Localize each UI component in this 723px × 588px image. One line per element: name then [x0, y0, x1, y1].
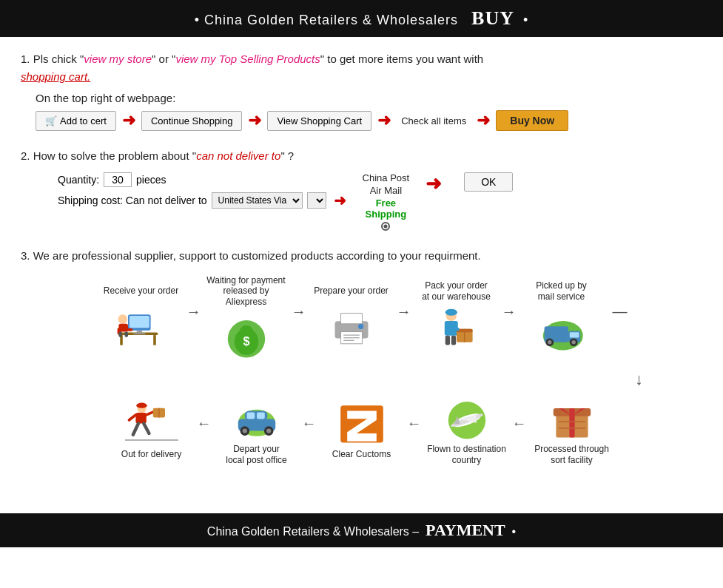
svg-rect-4 [129, 316, 149, 328]
wf-item-pack: Pack your orderat our warehouse [408, 280, 505, 357]
wf-label-flown: Flown to destinationcountry [427, 444, 506, 465]
shipping-section: Quantity: pieces Shipping cost: Can not … [58, 172, 702, 231]
wf-item-customs: Clear Cuctoms [314, 397, 410, 463]
footer-payment: PAYMENT [426, 521, 505, 539]
china-post-label: China Post Air Mail [363, 172, 410, 197]
shipping-label: Shipping cost: Can not deliver to [58, 195, 207, 206]
workflow-row2: Out for delivery ← [104, 392, 620, 469]
svg-rect-10 [118, 332, 122, 337]
ok-label: OK [481, 176, 496, 188]
button-flow: 🛒 Add to cert ➜ Continue Shopping ➜ View… [36, 110, 702, 131]
svg-rect-11 [124, 332, 128, 337]
wf-label-customs: Clear Cuctoms [332, 449, 391, 459]
footer-suffix: • [512, 525, 517, 538]
china-post-line2: Air Mail [370, 185, 402, 196]
shopping-cart-link[interactable]: shopping cart. [21, 70, 90, 83]
arrow4: ➜ [477, 111, 490, 130]
cart-icon: 🛒 [45, 115, 57, 126]
svg-point-41 [571, 341, 575, 345]
wf-label-depart: Depart yourlocal post office [226, 444, 287, 465]
pieces-label: pieces [136, 174, 166, 186]
svg-rect-5 [136, 331, 141, 334]
wf-label-payment: Waiting for paymentreleased by Aliexpres… [202, 275, 291, 307]
svg-line-45 [132, 423, 138, 434]
workflow-section: Receive your order [21, 275, 702, 476]
footer-bar: China Golden Retailers & Wholesalers – P… [0, 513, 723, 547]
svg-point-58 [242, 428, 246, 433]
wf-item-depart: Depart yourlocal post office [209, 392, 305, 469]
step2-red: can not deliver to [196, 149, 280, 162]
wf-item-pickup: Picked up bymail service [514, 280, 610, 357]
view-store-link[interactable]: view my store [84, 53, 152, 65]
ok-arrow: ➜ [426, 172, 442, 213]
svg-rect-19 [340, 314, 362, 324]
svg-point-60 [266, 428, 271, 433]
main-content: 1. Pls chick "view my store" or "view my… [0, 37, 723, 506]
wf-label-processed: Processed throughsort facility [534, 444, 609, 465]
on-top-label: On the top right of webpage: [36, 92, 702, 104]
wf-item-prepare: Prepare your order [303, 285, 400, 351]
shipping-left: Quantity: pieces Shipping cost: Can not … [58, 172, 349, 209]
ok-button[interactable]: OK [464, 172, 513, 192]
wf-item-processed: Processed throughsort facility [524, 392, 620, 469]
step1-before1: 1. Pls chick " [21, 53, 84, 65]
svg-rect-6 [133, 334, 145, 335]
step3-title: 3. We are professional supplier, support… [21, 247, 702, 265]
quantity-input[interactable] [104, 172, 132, 187]
svg-rect-28 [445, 336, 449, 345]
svg-point-26 [445, 309, 457, 316]
arrow1: ➜ [122, 111, 135, 130]
wf-icon-customs [332, 397, 391, 449]
via-select[interactable]: United States Via [212, 192, 303, 209]
wf-label-pickup: Picked up bymail service [536, 280, 587, 302]
buy-now-button[interactable]: Buy Now [496, 110, 568, 131]
arrow2: ➜ [248, 111, 261, 130]
shipping-row: Shipping cost: Can not deliver to United… [58, 192, 349, 209]
wf-item-receive: Receive your order [93, 285, 189, 351]
wf-label-pack: Pack your orderat our warehouse [422, 280, 491, 302]
wf-icon-payment: $ [217, 311, 276, 362]
workflow-row1: Receive your order [93, 275, 630, 362]
step2-title-before: 2. How to solve the problem about " [21, 149, 196, 162]
china-post-section: China Post Air Mail FreeShipping [363, 172, 410, 231]
add-to-cert-label: Add to cert [60, 115, 107, 126]
header-buy: BUY [471, 7, 514, 29]
step1-after: " to get more items you want with [320, 53, 483, 65]
step1-text: 1. Pls chick "view my store" or "view my… [21, 50, 702, 86]
wf-item-delivery: Out for delivery [104, 397, 200, 463]
method-select[interactable] [307, 192, 326, 209]
svg-rect-33 [454, 328, 459, 331]
step1: 1. Pls chick "view my store" or "view my… [21, 50, 702, 131]
wf-icon-delivery [122, 397, 181, 449]
svg-line-47 [129, 415, 135, 420]
svg-rect-29 [451, 336, 455, 345]
svg-text:$: $ [243, 334, 249, 348]
add-to-cert-button[interactable]: 🛒 Add to cert [36, 111, 116, 131]
svg-rect-12 [126, 328, 132, 331]
free-shipping-radio[interactable] [381, 222, 390, 231]
continue-shopping-label: Continue Shopping [151, 115, 233, 126]
top-selling-link[interactable]: view my Top Selling Products [175, 53, 320, 65]
wf-icon-prepare [322, 300, 381, 352]
svg-point-39 [548, 341, 551, 345]
header-bar: • China Golden Retailers & Wholesalers B… [0, 0, 723, 37]
continue-shopping-button[interactable]: Continue Shopping [141, 111, 243, 131]
footer-text: China Golden Retailers & Wholesalers – [207, 525, 419, 538]
svg-point-7 [118, 314, 127, 324]
wf-down-arrow: ↓ [21, 370, 702, 389]
wf-icon-depart [227, 392, 286, 444]
svg-point-43 [136, 402, 147, 408]
view-cart-button[interactable]: View Shopping Cart [267, 111, 371, 131]
china-post-line1: China Post [363, 172, 410, 183]
svg-rect-2 [153, 335, 156, 345]
wf-label-prepare: Prepare your order [314, 285, 389, 296]
svg-rect-72 [569, 408, 574, 438]
arrow3: ➜ [377, 111, 391, 130]
wf-label-delivery: Out for delivery [121, 449, 181, 459]
wf-icon-processed [542, 392, 602, 444]
buy-now-label: Buy Now [510, 115, 554, 126]
wf-item-flown: Flown to destinationcountry [419, 392, 515, 469]
wf-dash: — [613, 303, 628, 335]
header-suffix: • [523, 13, 528, 27]
qty-row: Quantity: pieces [58, 172, 349, 187]
